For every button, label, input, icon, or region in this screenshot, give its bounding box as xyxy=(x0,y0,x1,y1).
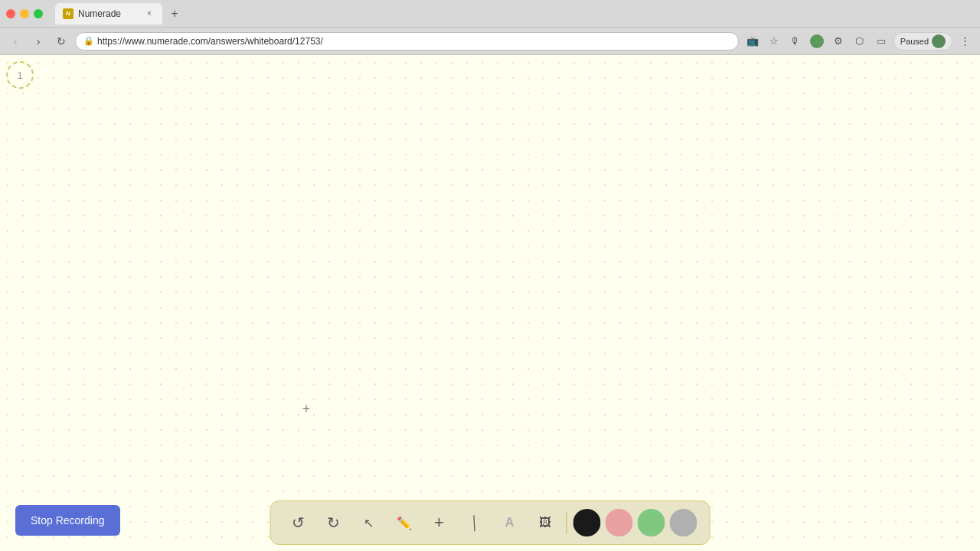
lock-icon: 🔒 xyxy=(83,36,94,46)
cast-icon[interactable]: 📺 xyxy=(743,32,762,51)
paused-badge: Paused xyxy=(893,32,952,51)
profile-icon[interactable] xyxy=(808,32,826,51)
undo-icon: ↺ xyxy=(292,514,305,532)
back-button[interactable]: ‹ xyxy=(6,32,24,51)
color-separator xyxy=(567,512,567,533)
menu-icon[interactable]: ⋮ xyxy=(956,32,974,51)
extension1-icon[interactable]: ⚙ xyxy=(829,32,848,51)
new-tab-button[interactable]: + xyxy=(165,5,184,23)
color-black[interactable] xyxy=(573,509,601,536)
minimize-button[interactable] xyxy=(20,9,29,18)
browser-toolbar-icons: 📺 ☆ 🎙 ⚙ ⬡ ▭ Paused ⋮ xyxy=(743,32,974,51)
title-bar: N Numerade × + xyxy=(0,0,980,28)
redo-icon: ↻ xyxy=(327,514,340,532)
url-text: https://www.numerade.com/answers/whitebo… xyxy=(97,36,323,47)
traffic-lights xyxy=(6,9,43,18)
drawing-toolbar: ↺ ↻ ↖ ✏️ + ╱ A 🖼 xyxy=(270,500,710,545)
text-tool-button[interactable]: A xyxy=(495,507,525,538)
url-bar[interactable]: 🔒 https://www.numerade.com/answers/white… xyxy=(75,32,739,51)
paused-label: Paused xyxy=(900,37,929,46)
pen-tool-button[interactable]: ✏️ xyxy=(389,507,420,538)
add-tool-button[interactable]: + xyxy=(424,507,455,538)
user-avatar xyxy=(932,34,946,48)
address-bar: ‹ › ↻ 🔒 https://www.numerade.com/answers… xyxy=(0,28,980,55)
forward-button[interactable]: › xyxy=(29,32,47,51)
bookmark-icon[interactable]: ☆ xyxy=(765,32,783,51)
active-tab[interactable]: N Numerade × xyxy=(55,3,162,24)
undo-button[interactable]: ↺ xyxy=(283,507,314,538)
tab-favicon-img: N xyxy=(63,8,74,19)
image-tool-button[interactable]: 🖼 xyxy=(530,507,560,538)
extension2-icon[interactable]: ⬡ xyxy=(851,32,869,51)
mic-icon[interactable]: 🎙 xyxy=(786,32,805,51)
tab-label: Numerade xyxy=(78,8,139,19)
eraser-tool-icon: ╱ xyxy=(467,514,481,530)
maximize-button[interactable] xyxy=(34,9,43,18)
reload-button[interactable]: ↻ xyxy=(52,32,70,51)
pen-tool-icon: ✏️ xyxy=(397,516,412,530)
text-tool-icon: A xyxy=(505,516,514,530)
page-indicator: 1 xyxy=(6,61,34,89)
stop-recording-button[interactable]: Stop Recording xyxy=(15,505,120,536)
tab-bar: N Numerade × + xyxy=(55,3,974,24)
color-gray[interactable] xyxy=(670,509,697,536)
eraser-tool-button[interactable]: ╱ xyxy=(459,507,490,538)
tab-favicon: N xyxy=(63,8,74,19)
color-green[interactable] xyxy=(638,509,665,536)
redo-button[interactable]: ↻ xyxy=(318,507,349,538)
whiteboard-canvas[interactable]: 1 + Stop Recording ↺ ↻ ↖ ✏️ + xyxy=(0,55,980,551)
screen-icon[interactable]: ▭ xyxy=(872,32,890,51)
add-tool-icon: + xyxy=(434,513,444,533)
color-pink[interactable] xyxy=(606,509,633,536)
image-tool-icon: 🖼 xyxy=(539,516,551,530)
page-number: 1 xyxy=(17,70,22,81)
cursor-tool-icon: ↖ xyxy=(364,516,374,530)
cursor-crosshair: + xyxy=(302,401,311,417)
cursor-tool-button[interactable]: ↖ xyxy=(354,507,384,538)
close-button[interactable] xyxy=(6,9,15,18)
tab-close-button[interactable]: × xyxy=(144,8,155,19)
